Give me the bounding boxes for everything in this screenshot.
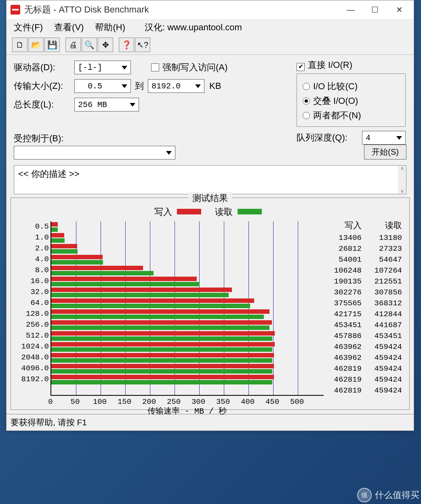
xfer-to-value: 8192.0 bbox=[152, 82, 181, 91]
qd-label: 队列深度(Q): bbox=[297, 132, 347, 144]
move-icon[interactable]: ✥ bbox=[98, 38, 113, 52]
chart: 0.51.02.04.08.016.032.064.0128.0256.0512… bbox=[16, 220, 324, 405]
io-overlap-radio[interactable] bbox=[303, 97, 310, 105]
io-neither-radio[interactable] bbox=[303, 112, 310, 119]
data-row: 1340613180 bbox=[324, 233, 404, 244]
controlled-combo[interactable] bbox=[14, 146, 175, 160]
chevron-down-icon bbox=[130, 103, 135, 107]
data-row: 462819459424 bbox=[324, 374, 404, 385]
drive-label: 驱动器(D): bbox=[14, 61, 74, 74]
scroll-up-icon[interactable]: ∧ bbox=[400, 166, 404, 171]
menu-help[interactable]: 帮助(H) bbox=[95, 21, 125, 34]
new-icon[interactable]: 🗋 bbox=[12, 38, 27, 52]
legend-write-swatch bbox=[177, 209, 201, 214]
xfer-from-combo[interactable]: 0.5 bbox=[74, 79, 131, 93]
save-icon[interactable]: 💾 bbox=[44, 38, 60, 52]
app-window: 无标题 - ATTO Disk Benchmark — ☐ ✕ 文件(F) 查看… bbox=[6, 0, 414, 431]
x-axis: 050100150200250300350400450500 bbox=[51, 397, 324, 406]
io-overlap-label: 交叠 I/O(O) bbox=[313, 96, 358, 106]
data-row: 2681227323 bbox=[324, 244, 404, 254]
force-write-label: 强制写入访问(A) bbox=[162, 61, 227, 74]
force-write-checkbox[interactable] bbox=[151, 63, 159, 71]
data-row: 462819459424 bbox=[324, 385, 404, 396]
print-icon[interactable]: 🖨 bbox=[65, 38, 81, 52]
drive-value: [-l-] bbox=[78, 63, 102, 72]
length-combo[interactable]: 256 MB bbox=[74, 98, 139, 111]
data-row: 421715412844 bbox=[324, 309, 404, 320]
data-row: 190135212551 bbox=[324, 276, 404, 287]
menubar: 文件(F) 查看(V) 帮助(H) 汉化: www.upantool.com bbox=[6, 19, 414, 36]
chevron-down-icon bbox=[195, 84, 201, 88]
close-button[interactable]: ✕ bbox=[387, 0, 411, 19]
whatsthis-icon[interactable]: ↖? bbox=[135, 38, 150, 52]
y-axis-labels: 0.51.02.04.08.016.032.064.0128.0256.0512… bbox=[16, 220, 49, 385]
length-label: 总长度(L): bbox=[14, 99, 74, 111]
data-row: 457886453451 bbox=[324, 331, 404, 342]
direct-io-checkbox[interactable]: ✔ bbox=[297, 63, 305, 71]
legend-write-label: 写入 bbox=[154, 207, 172, 217]
plot-area bbox=[51, 221, 324, 396]
open-icon[interactable]: 📂 bbox=[28, 38, 44, 52]
xfer-unit: KB bbox=[209, 81, 221, 91]
start-button[interactable]: 开始(S) bbox=[364, 145, 406, 160]
data-row: 5400154647 bbox=[324, 254, 404, 265]
minimize-button[interactable]: — bbox=[339, 0, 363, 19]
watermark-badge-icon: 值 bbox=[357, 488, 372, 502]
io-compare-radio[interactable] bbox=[303, 83, 310, 90]
col-read-header: 读取 bbox=[364, 220, 404, 231]
data-row: 463962459424 bbox=[324, 353, 404, 363]
watermark: 值 什么值得买 bbox=[357, 488, 419, 502]
description-placeholder: << 你的描述 >> bbox=[18, 169, 80, 179]
data-row: 106248107264 bbox=[324, 265, 404, 276]
results-title: 测试结果 bbox=[188, 192, 232, 204]
form-area: 驱动器(D): [-l-] 强制写入访问(A) 传输大小(Z): 0.5 到 8… bbox=[6, 55, 414, 161]
data-columns: 写入读取 13406131802681227323540015464710624… bbox=[324, 220, 404, 405]
direct-io-label: 直接 I/O(R) bbox=[308, 60, 352, 70]
io-options: ✔直接 I/O(R) I/O 比较(C) 交叠 I/O(O) 两者都不(N) 队… bbox=[297, 59, 406, 145]
toolbar: 🗋 📂 💾 🖨 🔍 ✥ ❓ ↖? bbox=[6, 36, 414, 55]
watermark-text: 什么值得买 bbox=[375, 489, 419, 501]
chevron-down-icon bbox=[396, 136, 402, 140]
preview-icon[interactable]: 🔍 bbox=[82, 38, 97, 52]
help-icon[interactable]: ❓ bbox=[119, 38, 134, 52]
scrollbar[interactable]: ∧∨ bbox=[398, 166, 406, 194]
qd-combo[interactable]: 4 bbox=[362, 131, 406, 145]
chevron-down-icon bbox=[166, 151, 172, 155]
app-icon bbox=[11, 5, 20, 15]
legend: 写入 读取 bbox=[16, 206, 404, 218]
length-value: 256 MB bbox=[78, 100, 107, 109]
qd-value: 4 bbox=[366, 133, 370, 143]
legend-read-label: 读取 bbox=[215, 207, 233, 217]
menu-file[interactable]: 文件(F) bbox=[14, 21, 43, 34]
credit-text: 汉化: www.upantool.com bbox=[145, 21, 242, 34]
legend-read-swatch bbox=[238, 209, 262, 214]
results-panel: 测试结果 写入 读取 0.51.02.04.08.016.032.064.012… bbox=[11, 197, 410, 410]
titlebar[interactable]: 无标题 - ATTO Disk Benchmark — ☐ ✕ bbox=[6, 0, 414, 19]
data-row: 302276307856 bbox=[324, 287, 404, 298]
data-row: 375565368312 bbox=[324, 298, 404, 309]
data-row: 462819459424 bbox=[324, 363, 404, 374]
col-write-header: 写入 bbox=[324, 220, 364, 231]
io-neither-label: 两者都不(N) bbox=[313, 110, 361, 120]
io-compare-label: I/O 比较(C) bbox=[313, 81, 358, 91]
chevron-down-icon bbox=[122, 84, 127, 88]
drive-combo[interactable]: [-l-] bbox=[74, 61, 131, 74]
data-row: 463962459424 bbox=[324, 342, 404, 353]
data-row: 453451441687 bbox=[324, 320, 404, 331]
xfer-label: 传输大小(Z): bbox=[14, 80, 74, 92]
menu-view[interactable]: 查看(V) bbox=[54, 21, 84, 34]
status-bar: 要获得帮助, 请按 F1 bbox=[6, 414, 414, 430]
description-textarea[interactable]: << 你的描述 >> ∧∨ bbox=[14, 165, 406, 194]
chevron-down-icon bbox=[122, 66, 127, 69]
xfer-to-combo[interactable]: 8192.0 bbox=[148, 79, 204, 93]
xfer-from-value: 0.5 bbox=[88, 82, 102, 91]
maximize-button[interactable]: ☐ bbox=[363, 0, 387, 19]
scroll-down-icon[interactable]: ∨ bbox=[400, 188, 404, 194]
x-axis-label: 传输速率 - MB / 秒 bbox=[51, 405, 324, 416]
xfer-to-label: 到 bbox=[135, 80, 144, 92]
window-title: 无标题 - ATTO Disk Benchmark bbox=[24, 4, 339, 16]
